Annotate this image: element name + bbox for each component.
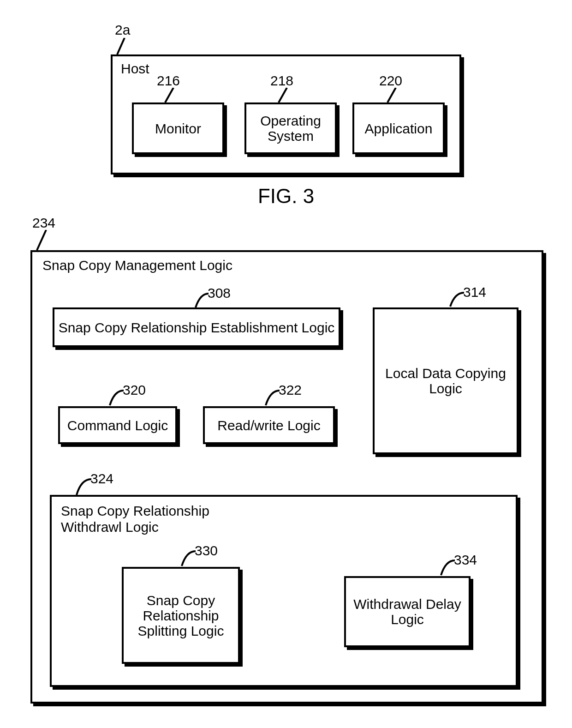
local-data-copying-box: Local Data Copying Logic [373, 307, 518, 454]
withdrawal-logic-label: Snap Copy Relationship Withdrawl Logic [61, 503, 218, 535]
command-logic-box: Command Logic [58, 406, 177, 444]
delay-logic-label: Withdrawal Delay Logic [346, 578, 469, 645]
ref-splitting-330: 330 [195, 543, 218, 559]
establishment-logic-label: Snap Copy Relationship Establishment Log… [54, 309, 339, 345]
ref-snapmgmt-234: 234 [32, 215, 55, 231]
app-label: Application [354, 104, 443, 152]
ref-app: 220 [379, 73, 402, 89]
delay-logic-box: Withdrawal Delay Logic [344, 576, 471, 647]
ref-withdraw-324: 324 [90, 471, 113, 487]
readwrite-logic-box: Read/write Logic [203, 406, 335, 444]
svg-line-0 [117, 38, 125, 54]
monitor-box: Monitor [132, 102, 224, 154]
splitting-logic-box: Snap Copy Relationship Splitting Logic [122, 567, 240, 664]
app-box: Application [352, 102, 445, 154]
ref-establish-308: 308 [208, 285, 231, 301]
ref-host-2a: 2a [115, 22, 130, 38]
leader-host-2a [116, 38, 130, 56]
os-box: Operating System [244, 102, 337, 154]
splitting-logic-label: Snap Copy Relationship Splitting Logic [124, 569, 238, 662]
ref-os: 218 [270, 73, 293, 89]
os-label: Operating System [246, 104, 335, 152]
monitor-label: Monitor [134, 104, 222, 152]
establishment-logic-box: Snap Copy Relationship Establishment Log… [53, 307, 340, 347]
snap-copy-management-label: Snap Copy Management Logic [42, 258, 232, 273]
ref-readwrite-322: 322 [279, 382, 302, 398]
fig3-caption: FIG. 3 [258, 185, 314, 208]
readwrite-logic-label: Read/write Logic [205, 408, 333, 442]
ref-command-320: 320 [123, 382, 146, 398]
command-logic-label: Command Logic [60, 408, 175, 442]
host-label: Host [121, 61, 149, 77]
ref-localdata-314: 314 [463, 284, 486, 300]
ref-monitor: 216 [157, 73, 180, 89]
svg-line-4 [37, 230, 46, 250]
leader-snapmgmt-234 [36, 230, 50, 252]
local-data-copying-label: Local Data Copying Logic [375, 309, 517, 452]
ref-delay-334: 334 [454, 552, 477, 568]
